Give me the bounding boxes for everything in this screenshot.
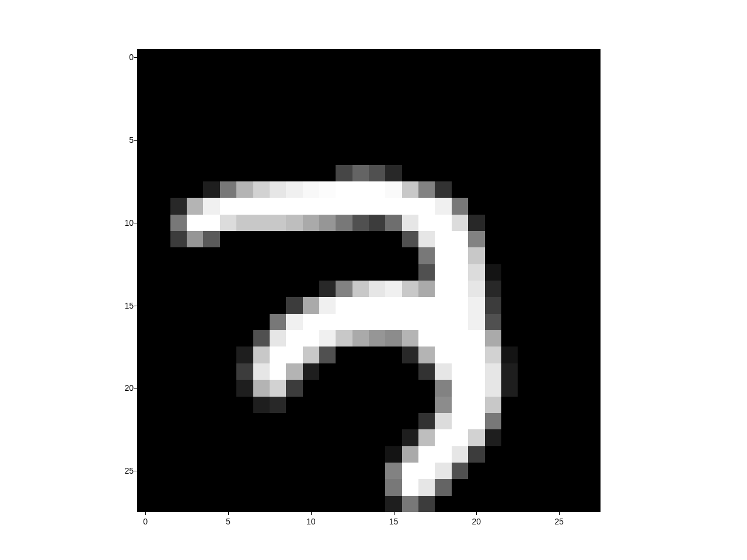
x-tick-mark — [394, 512, 395, 515]
x-tick-mark — [145, 512, 146, 515]
y-tick-mark — [134, 223, 137, 223]
y-tick-mark — [134, 306, 137, 306]
heatmap-plot: 05101520250510152025 — [137, 49, 601, 512]
y-tick-mark — [134, 471, 137, 471]
x-tick-label: 5 — [226, 517, 231, 526]
heatmap-image — [137, 49, 601, 512]
y-tick-label: 25 — [120, 466, 134, 475]
y-tick-label: 5 — [120, 135, 134, 145]
y-tick-label: 15 — [120, 301, 134, 310]
y-tick-label: 10 — [120, 218, 134, 228]
x-tick-mark — [476, 512, 477, 515]
y-tick-mark — [134, 388, 137, 388]
x-tick-label: 0 — [143, 517, 148, 526]
x-tick-label: 15 — [389, 517, 399, 526]
x-tick-label: 20 — [472, 517, 481, 526]
x-tick-mark — [228, 512, 229, 515]
y-tick-label: 0 — [120, 52, 134, 62]
y-tick-label: 20 — [120, 383, 134, 393]
x-tick-mark — [559, 512, 560, 515]
y-tick-mark — [134, 57, 137, 58]
x-tick-label: 25 — [554, 517, 564, 526]
x-tick-mark — [311, 512, 312, 515]
y-tick-mark — [134, 140, 137, 141]
x-tick-label: 10 — [306, 517, 316, 526]
pixel-grid — [137, 49, 601, 512]
